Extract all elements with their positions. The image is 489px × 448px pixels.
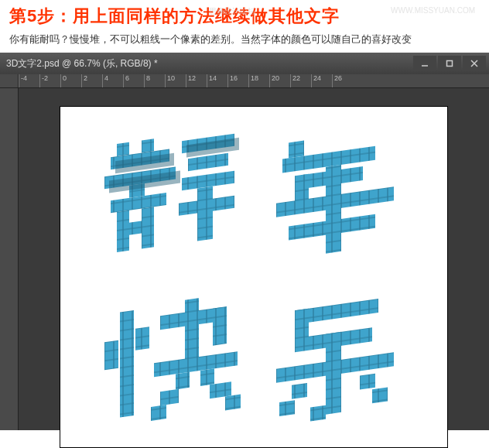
svg-rect-32 <box>213 306 227 346</box>
svg-rect-29 <box>135 327 149 351</box>
window-title-bar: 3D文字2.psd @ 66.7% (乐, RGB/8) * <box>0 53 489 74</box>
svg-rect-27 <box>120 310 134 418</box>
svg-rect-24 <box>295 174 309 203</box>
svg-rect-16 <box>213 196 234 211</box>
ruler-tick: 8 <box>144 74 165 87</box>
watermark-forum: 思缘设计论坛 <box>209 6 255 17</box>
maximize-button[interactable] <box>438 56 461 71</box>
artboard <box>60 107 447 447</box>
ruler-tick: 12 <box>186 74 207 87</box>
char-xin <box>95 130 250 288</box>
svg-rect-49 <box>310 405 326 422</box>
ruler-tick: 14 <box>207 74 227 87</box>
ruler-tick: 18 <box>248 74 269 87</box>
window-controls <box>413 56 486 71</box>
svg-rect-36 <box>160 389 179 405</box>
svg-rect-39 <box>225 395 241 411</box>
ruler-tick: 22 <box>290 74 311 87</box>
photoshop-window: 3D文字2.psd @ 66.7% (乐, RGB/8) * -4 -2 0 2… <box>0 53 489 430</box>
ruler-tick: 4 <box>102 74 123 87</box>
ruler-tick: 2 <box>81 74 102 87</box>
svg-rect-35 <box>200 368 214 386</box>
svg-rect-20 <box>289 141 304 159</box>
svg-rect-31 <box>185 298 199 362</box>
svg-rect-47 <box>279 400 295 416</box>
ruler-tick: 26 <box>332 74 353 87</box>
watermark-site: WWW.MISSYUAN.COM <box>391 6 475 15</box>
step-description: 你有能耐吗？慢慢堆，不可以粗线一个像素的差别。当然字体的颜色可以随自己的喜好改变 <box>0 31 489 53</box>
svg-rect-0 <box>447 61 453 67</box>
char-nian <box>258 130 412 288</box>
ruler-tick: 0 <box>60 74 81 87</box>
svg-rect-34 <box>176 372 190 390</box>
svg-rect-15 <box>179 200 197 215</box>
close-button[interactable] <box>463 56 486 71</box>
ruler-tick: 10 <box>165 74 186 87</box>
svg-rect-46 <box>360 374 375 390</box>
svg-rect-8 <box>117 210 129 252</box>
ruler-tick: 20 <box>269 74 290 87</box>
ruler-tick: 6 <box>123 74 144 87</box>
char-le <box>258 296 412 448</box>
svg-rect-25 <box>326 165 341 254</box>
horizontal-ruler: -4 -2 0 2 4 6 8 10 12 14 16 18 20 22 24 … <box>19 74 489 88</box>
char-kuai <box>95 296 250 448</box>
canvas-area[interactable] <box>19 88 489 430</box>
ruler-tick: 16 <box>227 74 248 87</box>
minimize-button[interactable] <box>413 56 436 71</box>
svg-rect-4 <box>142 139 154 152</box>
ruler-tick: -2 <box>39 74 60 87</box>
document-title: 3D文字2.psd @ 66.7% (乐, RGB/8) * <box>6 57 158 70</box>
ruler-origin <box>0 74 19 88</box>
ruler-tick: 24 <box>311 74 332 87</box>
3d-text-artwork <box>95 130 412 424</box>
vertical-ruler <box>0 88 19 430</box>
svg-rect-48 <box>372 387 388 403</box>
svg-rect-3 <box>117 142 129 156</box>
svg-rect-28 <box>104 340 118 371</box>
svg-rect-38 <box>151 405 166 421</box>
svg-rect-14 <box>197 186 213 241</box>
svg-rect-45 <box>292 383 307 399</box>
ruler-tick: -4 <box>19 74 39 87</box>
svg-rect-9 <box>142 207 154 248</box>
svg-rect-10 <box>129 221 142 235</box>
